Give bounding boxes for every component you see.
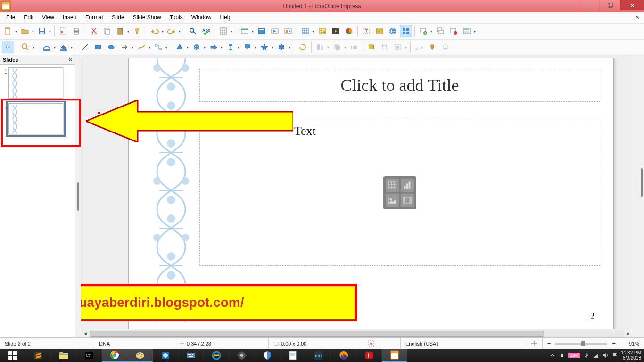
extrusion-button[interactable] — [439, 41, 452, 53]
slide-layout-button[interactable] — [461, 25, 473, 37]
line-color-button[interactable] — [41, 41, 53, 53]
dropdown-icon[interactable]: ▾ — [31, 29, 35, 33]
taskbar-nox-icon[interactable]: nox — [305, 349, 331, 362]
zoom-percent[interactable]: 91% — [620, 338, 644, 349]
image-button[interactable] — [316, 25, 329, 37]
menu-edit[interactable]: Edit — [19, 13, 38, 22]
start-button[interactable] — [0, 349, 25, 362]
master-slide-button[interactable] — [256, 25, 268, 37]
status-fit-slide[interactable] — [526, 338, 543, 349]
filter-button[interactable] — [392, 41, 404, 53]
start-beginning-button[interactable] — [269, 25, 281, 37]
scrollbar-thumb[interactable] — [90, 331, 544, 337]
tray-up-icon[interactable] — [549, 352, 556, 359]
slide-layouts-button[interactable] — [400, 25, 412, 37]
start-current-button[interactable] — [282, 25, 294, 37]
points-button[interactable] — [413, 41, 425, 53]
export-pdf-button[interactable]: P — [57, 25, 69, 37]
dropdown-icon[interactable]: ▾ — [161, 29, 165, 33]
new-slide-button[interactable] — [417, 25, 429, 37]
duplicate-slide-button[interactable] — [434, 25, 446, 37]
dropdown-icon[interactable]: ▾ — [126, 29, 130, 33]
dropdown-icon[interactable]: ▾ — [288, 45, 291, 49]
taskbar-paint-icon[interactable] — [127, 349, 153, 362]
insert-table-icon[interactable] — [386, 179, 399, 192]
menu-format[interactable]: Format — [81, 13, 107, 22]
dropdown-icon[interactable]: ▾ — [429, 29, 433, 33]
dropdown-icon[interactable]: ▾ — [53, 45, 57, 49]
zoom-control[interactable]: − + — [543, 338, 620, 349]
save-button[interactable] — [36, 25, 48, 37]
scroll-right-icon[interactable]: ► — [624, 330, 633, 337]
taskbar-impress-icon[interactable] — [382, 349, 407, 362]
title-placeholder[interactable]: Click to add Title — [199, 69, 600, 102]
taskbar-explorer-icon[interactable] — [51, 349, 76, 362]
insert-video-icon[interactable] — [401, 194, 414, 207]
menu-insert[interactable]: Insert — [58, 13, 81, 22]
content-insert-grid[interactable] — [383, 176, 416, 209]
taskbar-chrome-icon[interactable] — [102, 349, 127, 362]
textbox-button[interactable]: T — [360, 25, 372, 37]
flowchart-button[interactable] — [224, 41, 237, 53]
tray-network-icon[interactable] — [593, 352, 599, 359]
status-language[interactable]: English (USA) — [401, 338, 526, 349]
display-views-button[interactable] — [239, 25, 251, 37]
spellcheck-button[interactable]: Abc — [200, 25, 212, 37]
line-tool[interactable] — [79, 41, 91, 53]
slides-panel-close-icon[interactable]: × — [68, 56, 72, 63]
dropdown-icon[interactable]: ▾ — [148, 45, 151, 49]
dropdown-icon[interactable]: ▾ — [220, 45, 223, 49]
dropdown-icon[interactable]: ▾ — [48, 29, 52, 33]
dropdown-icon[interactable]: ▾ — [186, 45, 190, 49]
grid-button[interactable] — [217, 25, 230, 37]
open-button[interactable] — [19, 25, 31, 37]
new-doc-button[interactable] — [2, 25, 14, 37]
distribute-button[interactable] — [348, 41, 360, 53]
chart-button[interactable] — [343, 25, 355, 37]
taskbar-notepad-icon[interactable] — [280, 349, 305, 362]
sidebar-collapse-handle[interactable] — [633, 55, 644, 337]
close-button[interactable]: ✕ — [620, 0, 644, 10]
dropdown-icon[interactable]: ▾ — [32, 45, 35, 49]
taskbar-app-icon[interactable] — [153, 349, 178, 362]
taskbar-game-icon[interactable] — [356, 349, 382, 362]
hyperlink-button[interactable] — [387, 25, 399, 37]
scroll-left-icon[interactable]: ◄ — [81, 330, 90, 337]
insert-fontwork-button[interactable]: A — [373, 25, 386, 37]
copy-button[interactable] — [101, 25, 113, 37]
cut-button[interactable] — [88, 25, 100, 37]
menu-file[interactable]: File — [2, 13, 19, 22]
dropdown-icon[interactable]: ▾ — [14, 29, 18, 33]
status-signature[interactable] — [363, 338, 401, 349]
print-button[interactable] — [70, 25, 83, 37]
glue-button[interactable] — [426, 41, 438, 53]
paste-button[interactable] — [114, 25, 126, 37]
rotate-button[interactable] — [297, 41, 309, 53]
dropdown-icon[interactable]: ▾ — [70, 45, 74, 49]
clone-format-button[interactable] — [131, 25, 143, 37]
delete-slide-button[interactable] — [447, 25, 460, 37]
menu-view[interactable]: View — [38, 13, 58, 22]
dropdown-icon[interactable]: ▾ — [312, 29, 315, 33]
dropdown-icon[interactable]: ▾ — [165, 45, 168, 49]
dropdown-icon[interactable]: ▾ — [251, 29, 255, 33]
basic-shapes-button[interactable] — [173, 41, 186, 53]
taskbar-cmd-icon[interactable]: C:\ — [76, 349, 102, 362]
connector-tool[interactable] — [152, 41, 165, 53]
menu-slideshow[interactable]: Slide Show — [129, 13, 165, 22]
dropdown-icon[interactable]: ▾ — [343, 45, 347, 49]
panel-collapse-handle[interactable] — [75, 55, 81, 337]
tray-battery-icon[interactable]: 19% — [568, 353, 580, 358]
slide-thumbnail-2[interactable] — [8, 103, 63, 134]
taskbar-settings-icon[interactable] — [229, 349, 255, 362]
dropdown-icon[interactable]: ▾ — [178, 29, 182, 33]
dropdown-icon[interactable]: ▾ — [271, 45, 274, 49]
dropdown-icon[interactable]: ▾ — [203, 45, 206, 49]
dropdown-icon[interactable]: ▾ — [230, 29, 233, 33]
rectangle-tool[interactable] — [92, 41, 104, 53]
dropdown-icon[interactable]: ▾ — [473, 29, 477, 33]
ellipse-tool[interactable] — [105, 41, 117, 53]
arrange-button[interactable] — [331, 41, 343, 53]
undo-button[interactable] — [149, 25, 161, 37]
arrow-tool[interactable] — [118, 41, 131, 53]
